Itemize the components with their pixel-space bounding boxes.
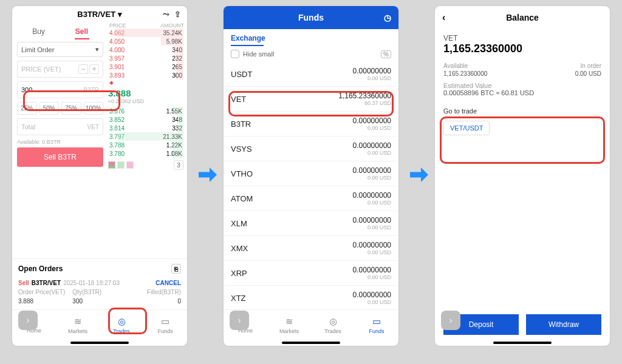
depth-both-icon[interactable] (108, 161, 115, 169)
open-orders-title: Open Orders⎘ (18, 264, 181, 274)
available-balance: Available: 0 B3TR (17, 139, 103, 145)
funds-icon: ▭ (372, 316, 381, 327)
nav-markets[interactable]: ≋Markets (56, 310, 100, 340)
asset-row[interactable]: XRP0.000000000.00 USD (224, 261, 398, 286)
header: ‹ Balance (435, 6, 610, 29)
markets-icon: ≋ (74, 316, 82, 327)
decimals-select[interactable]: 3 (174, 160, 183, 170)
asset-balance: 1,165.23360000 (435, 42, 610, 60)
floating-button[interactable]: › (230, 311, 249, 330)
floating-button[interactable]: › (441, 311, 460, 330)
orderbook-row[interactable]: 3.814332 (108, 124, 183, 132)
hide-small-toggle[interactable]: Hide small (231, 50, 274, 58)
nav-trades[interactable]: ◎Trades (100, 310, 143, 340)
estimated-value: 0.00058896 BTC ≈ 60.81 USD (443, 89, 601, 96)
asset-row[interactable]: XLM0.000000000.00 USD (224, 211, 398, 236)
bottom-nav: ⌂Home ≋Markets ◎Trades ▭Funds (12, 309, 187, 340)
available-value: 1,165.23360000 (443, 70, 487, 77)
nav-markets[interactable]: ≋Markets (267, 310, 311, 340)
orderbook-row[interactable]: 4.000340 (108, 46, 183, 54)
asset-row[interactable]: VSYS0.000000000.00 USD (224, 136, 398, 161)
pair-selector[interactable]: B3TR/VET ▾ (77, 10, 121, 19)
tab-sell[interactable]: Sell (60, 25, 103, 38)
orderbook-row[interactable]: 3.852348 (108, 115, 183, 124)
percent-icon[interactable]: % (381, 50, 391, 58)
orderbook-row[interactable]: 3.7801.08K (108, 149, 183, 158)
available-label: Available (443, 62, 487, 69)
checkbox-icon (231, 50, 239, 58)
inorder-value: 0.00 USD (575, 70, 601, 77)
pct-button[interactable]: 25% (17, 102, 37, 115)
trades-icon: ◎ (329, 316, 337, 327)
trades-icon: ◎ (118, 316, 126, 327)
nav-funds[interactable]: ▭Funds (355, 310, 398, 340)
withdraw-button[interactable]: Withdraw (526, 314, 601, 335)
tab-buy[interactable]: Buy (17, 25, 60, 38)
orderbook-row[interactable]: 3.957232 (108, 54, 183, 62)
estimated-label: Estimated Value (443, 82, 601, 89)
balance-screen: ‹ Balance VET 1,165.23360000 Available 1… (435, 6, 610, 346)
orderbook-row[interactable]: 4.0505.98K (108, 37, 183, 46)
flow-arrow-icon (197, 164, 219, 186)
price-input[interactable]: PRICE (VET) −+ (17, 61, 103, 78)
ask-marker-icon: ◆ (108, 79, 183, 86)
export-icon[interactable]: ⇪ (174, 10, 181, 19)
cancel-order-button[interactable]: CANCEL (156, 280, 181, 286)
chevron-down-icon: ▾ (95, 46, 99, 53)
flow-arrow-icon (408, 164, 430, 186)
plus-button[interactable]: + (89, 64, 99, 74)
total-input[interactable]: TotalVET (17, 118, 103, 135)
markets-icon: ≋ (285, 316, 293, 327)
chart-icon[interactable]: ⤳ (163, 10, 169, 19)
orderbook-row[interactable]: 3.8761.55K (108, 107, 183, 115)
pct-button[interactable]: 75% (61, 102, 81, 115)
asset-row[interactable]: B3TR0.000000000.00 USD (224, 112, 398, 136)
asset-row[interactable]: VET1,165.2336000060.37 USD (224, 87, 398, 112)
open-order-row[interactable]: Sell B3TR/VET 2025-01-18 18:27:03 CANCEL (18, 280, 181, 286)
goto-pair-button[interactable]: VET/USDT (443, 121, 490, 135)
goto-trade-label: Go to trade (443, 107, 601, 115)
amount-input[interactable]: 300 B3TR (17, 81, 103, 98)
orderbook-row[interactable]: 3.79721.33K (108, 132, 183, 141)
sell-button[interactable]: Sell B3TR (17, 147, 103, 167)
bottom-nav: ⌂Home ≋Markets ◎Trades ▭Funds (224, 309, 398, 340)
depth-bid-icon[interactable] (117, 161, 125, 169)
orderbook-row[interactable]: 3.7881.22K (108, 141, 183, 149)
nav-funds[interactable]: ▭Funds (143, 310, 187, 340)
asset-symbol: VET (435, 29, 610, 42)
floating-button[interactable]: › (18, 311, 38, 330)
asset-row[interactable]: XTZ0.000000000.00 USD (224, 286, 398, 309)
minus-button[interactable]: − (78, 64, 88, 74)
orderbook-row[interactable]: 3.893300 (108, 71, 183, 79)
orderbook-row[interactable]: 3.901265 (108, 62, 183, 71)
back-icon[interactable]: ‹ (442, 12, 445, 23)
trading-screen: B3TR/VET ▾ ⤳ ⇪ Buy Sell Limit Order▾ PRI… (12, 6, 187, 346)
asset-row[interactable]: VTHO0.000000000.00 USD (224, 161, 398, 186)
depth-ask-icon[interactable] (126, 161, 134, 169)
orders-icon[interactable]: ⎘ (171, 264, 181, 274)
subtab-exchange[interactable]: Exchange (231, 34, 265, 45)
asset-row[interactable]: XMX0.000000000.00 USD (224, 236, 398, 261)
pct-button[interactable]: 100% (84, 102, 104, 115)
pct-button[interactable]: 50% (39, 102, 60, 115)
asset-row[interactable]: ATOM0.000000000.00 USD (224, 186, 398, 211)
mid-price: 3.888 ≈0.20362 USD (108, 88, 183, 104)
header: B3TR/VET ▾ ⤳ ⇪ (12, 6, 187, 22)
nav-trades[interactable]: ◎Trades (311, 310, 355, 340)
funds-icon: ▭ (161, 316, 169, 327)
orderbook-row[interactable]: 4.06235.24K (108, 29, 183, 37)
header: Funds ◷ (224, 6, 398, 29)
inorder-label: In order (575, 62, 601, 69)
funds-screen: Funds ◷ Exchange Hide small % USDT0.0000… (224, 6, 398, 346)
history-icon[interactable]: ◷ (384, 13, 391, 22)
asset-row[interactable]: USDT0.000000000.00 USD (224, 62, 398, 87)
order-type-select[interactable]: Limit Order▾ (17, 42, 103, 57)
